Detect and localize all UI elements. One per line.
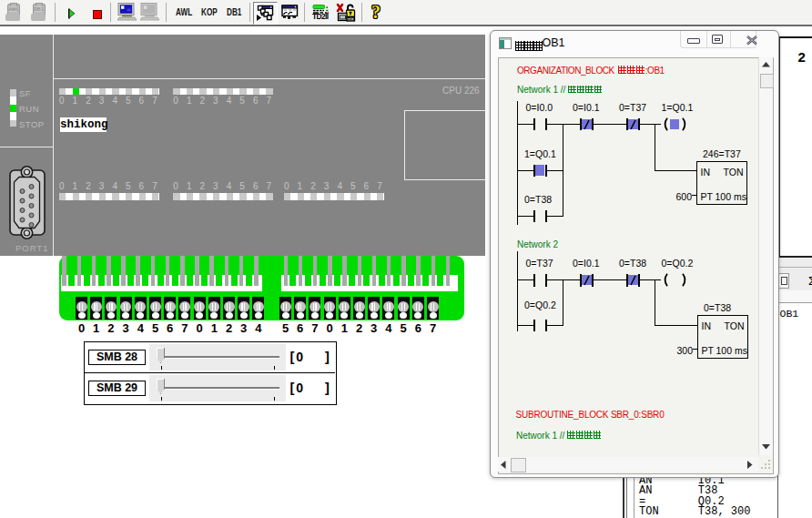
- svg-text:TD2ll: TD2ll: [312, 12, 329, 20]
